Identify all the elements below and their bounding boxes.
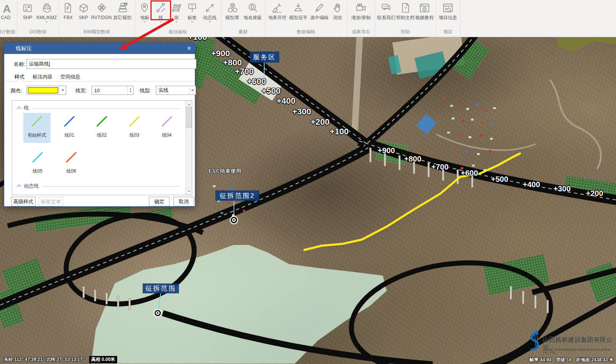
color-picker[interactable] — [26, 86, 66, 95]
toolbar-item-KML/KMZ[interactable]: KMLKML/KMZ — [36, 1, 57, 24]
toolbar-item-动态线[interactable]: 动态线 — [200, 1, 219, 24]
dialog-tabs: 样式标注内容空间信息 — [15, 73, 80, 80]
label-text-button[interactable]: 标签文本 — [39, 197, 63, 206]
cancel-button[interactable]: 取消 — [173, 197, 194, 206]
toolbar-item-地表开挖[interactable]: 地表开挖 — [267, 1, 288, 24]
station-label: +200 — [586, 189, 603, 198]
style-tile-label: 线06 — [66, 168, 76, 175]
chevron-up-icon — [17, 184, 21, 189]
station-label: +800 — [404, 155, 421, 163]
toolbar-item-选中编辑[interactable]: 选中编辑 — [309, 1, 330, 24]
browse-icon — [332, 2, 343, 13]
fbx-icon: F — [62, 2, 74, 13]
toolbar-item-标签[interactable]: T标签 — [184, 1, 200, 24]
toolbar-item-线[interactable]: 线 — [153, 1, 169, 24]
section-label: 动态线 — [24, 183, 39, 189]
toolbar-item-label: 视频教程 — [415, 15, 434, 20]
style-tile-label: 线01 — [65, 132, 74, 139]
scrollbar-thumb[interactable] — [186, 107, 192, 128]
linewidth-stepper[interactable]: 10 — [92, 86, 134, 95]
toolbar-group-7: 漫游/录制成果导出 — [347, 0, 375, 37]
place-label-征拆范围[interactable]: 征拆范围 — [143, 284, 179, 293]
company-logo — [525, 330, 541, 354]
ok-button[interactable]: 确定 — [149, 197, 170, 206]
style-tile-线04[interactable]: 线04 — [153, 113, 180, 143]
style-tile-线05[interactable]: 线05 — [23, 149, 52, 179]
toolbar-item-模型库[interactable]: 模型库 — [223, 1, 242, 24]
scroll-up-icon[interactable] — [186, 101, 192, 107]
chevron-down-icon[interactable] — [160, 21, 162, 24]
local-road — [436, 80, 601, 169]
chevron-down-icon[interactable] — [209, 21, 211, 24]
station-label: +600 — [461, 169, 478, 178]
place-label-服务区[interactable]: 服务区 — [250, 52, 279, 62]
contact-icon — [381, 2, 392, 13]
toolbar-item-地名搜索[interactable]: 地名搜索 — [242, 1, 263, 24]
toolbar-group-label: 项目 — [438, 28, 458, 37]
place-search-icon — [247, 2, 258, 13]
line-icon — [155, 2, 167, 13]
section-header-线[interactable]: 线 — [18, 104, 180, 111]
spinner-arrows[interactable] — [127, 86, 133, 95]
toolbar-item-label: 帮助文档 — [396, 15, 415, 20]
tab-空间信息[interactable]: 空间信息 — [60, 73, 80, 80]
hamlet-buildings — [213, 185, 216, 187]
ribbon-toolbar: ACAD设计数据SHPKMLKML/KMZGIS数据FFBXSKPRVT/DGN… — [0, 0, 616, 37]
toolbar-item-帮助文档[interactable]: ?帮助文档 — [396, 1, 415, 24]
close-icon[interactable]: × — [183, 43, 195, 54]
chevron-down-icon[interactable] — [175, 21, 178, 24]
style-tile-线06[interactable]: 线06 — [57, 149, 85, 179]
svg-text:A: A — [3, 3, 11, 13]
chevron-down-icon[interactable] — [59, 86, 66, 95]
chevron-down-icon[interactable] — [189, 86, 196, 95]
toolbar-item-label: 标签 — [188, 15, 197, 20]
toolbar-group-label: BIM模型数据 — [60, 28, 133, 37]
toolbar-item-FBX[interactable]: FFBX — [60, 1, 76, 24]
chevron-down-icon[interactable] — [144, 21, 146, 24]
dynamic-line-icon — [204, 2, 216, 13]
section-header-动态线[interactable]: 动态线 — [18, 183, 180, 189]
style-tile-线01[interactable]: 线01 — [56, 113, 83, 143]
toolbar-group-3: FFBXSKPRVT/DGNT其它模型BIM模型数据 — [59, 0, 135, 37]
dialog-titlebar[interactable]: 线标注 × — [4, 43, 195, 54]
chevron-down-icon[interactable] — [46, 21, 48, 24]
toolbar-item-面[interactable]: 面 — [169, 1, 184, 24]
linetype-label: 线型: — [140, 87, 151, 94]
text-cursor — [49, 61, 50, 67]
svg-text:?: ? — [404, 6, 407, 11]
shp-icon — [22, 2, 33, 13]
style-tile-线03[interactable]: 线03 — [121, 113, 148, 143]
scroll-down-icon[interactable] — [186, 188, 192, 195]
toolbar-item-项目信息[interactable]: Logo项目信息 — [438, 1, 458, 24]
flatten-icon — [292, 2, 304, 13]
station-label: +900 — [377, 146, 395, 155]
line-sample — [126, 113, 143, 130]
toolbar-item-浏览[interactable]: 浏览 — [330, 1, 345, 24]
toolbar-group-5: 模型库地名搜索素材 — [221, 0, 265, 37]
chevron-down-icon[interactable] — [191, 21, 193, 24]
toolbar-item-地标[interactable]: T地标 — [137, 1, 153, 24]
toolbar-item-联系我们[interactable]: 联系我们 — [377, 1, 396, 24]
tab-标注内容[interactable]: 标注内容 — [33, 73, 52, 80]
station-label: +600 — [247, 77, 266, 87]
toolbar-item-模型压平[interactable]: 模型压平 — [288, 1, 309, 24]
toolbar-item-SHP[interactable]: SHP — [19, 1, 36, 24]
scrollbar[interactable] — [185, 101, 192, 195]
linetype-select[interactable]: 实线 — [156, 86, 196, 95]
style-tile-线02[interactable]: 线02 — [88, 113, 116, 143]
station-label: +500 — [491, 175, 508, 184]
watermark-company-name-en: SHANXI ROAD&BRIDGE CONSTRUCTION GROUP CO… — [543, 348, 616, 354]
toolbar-item-其它模型[interactable]: T其它模型 — [112, 1, 133, 24]
advanced-style-button[interactable]: 高级样式 — [11, 197, 36, 206]
place-label-征拆范围2[interactable]: 征拆范围2 — [216, 191, 259, 201]
toolbar-item-SKP[interactable]: SKP — [76, 1, 91, 24]
toolbar-item-视频教程[interactable]: 视频教程 — [415, 1, 434, 24]
name-input[interactable]: 运输路线 — [26, 59, 196, 69]
style-tile-初始样式[interactable]: 初始样式 — [23, 113, 51, 143]
toolbar-item-RVT/DGN[interactable]: RVT/DGN — [91, 1, 112, 24]
tab-divider — [4, 81, 194, 82]
toolbar-item-漫游/录制[interactable]: 漫游/录制 — [349, 1, 373, 24]
toolbar-group-label: 设计数据 — [0, 28, 15, 37]
toolbar-item-CAD[interactable]: ACAD — [0, 1, 15, 24]
toolbar-item-label: SKP — [79, 15, 88, 20]
